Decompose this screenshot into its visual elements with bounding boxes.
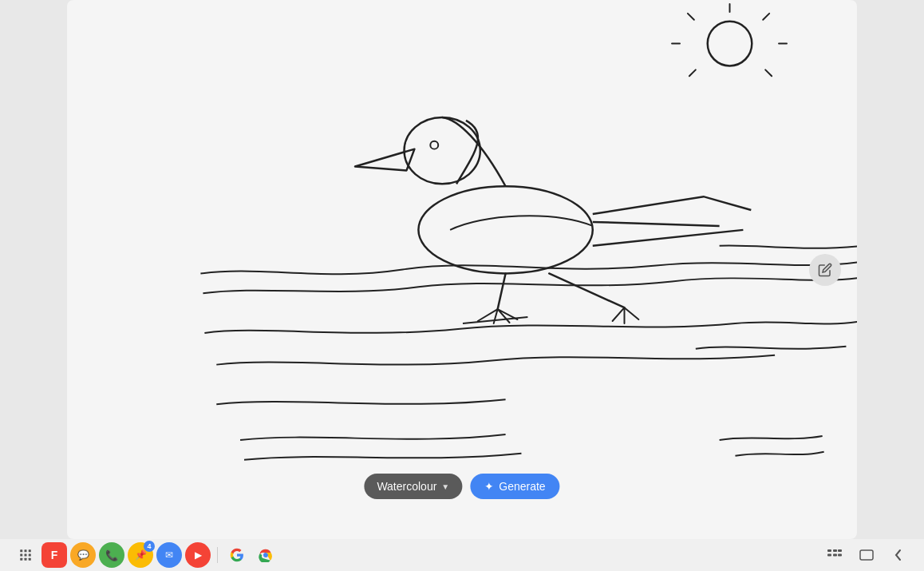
svg-rect-11	[20, 549, 22, 552]
svg-rect-19	[29, 558, 31, 561]
youtube-icon[interactable]: ▶	[185, 542, 211, 568]
svg-rect-12	[25, 549, 27, 552]
taskbar-apps: F 💬 📞 📌 4 ✉ ▶	[13, 542, 278, 568]
svg-rect-14	[20, 554, 22, 557]
flipboard-icon[interactable]: F	[41, 542, 67, 568]
svg-point-0	[708, 22, 752, 66]
google-keep-icon[interactable]: 📌 4	[128, 542, 153, 568]
svg-rect-27	[860, 550, 873, 560]
google-icon[interactable]	[224, 542, 250, 568]
drawing-canvas-container: Watercolour ▼ ✦ Generate	[67, 0, 857, 539]
generate-button[interactable]: ✦ Generate	[470, 474, 559, 499]
back-button[interactable]	[886, 542, 911, 568]
svg-rect-13	[29, 549, 31, 552]
google-chat-icon[interactable]: 💬	[70, 542, 96, 568]
keep-badge: 4	[144, 541, 155, 552]
taskbar-divider	[217, 547, 218, 563]
sketch-svg	[67, 0, 857, 539]
sparkle-icon: ✦	[484, 480, 494, 493]
taskbar-right-controls	[822, 542, 911, 568]
watercolour-button[interactable]: Watercolour ▼	[364, 474, 462, 499]
menu-button[interactable]	[822, 542, 847, 568]
svg-rect-22	[833, 549, 837, 552]
svg-point-10	[430, 141, 438, 149]
apps-icon[interactable]	[13, 542, 38, 568]
chrome-icon[interactable]	[253, 542, 278, 568]
chevron-down-icon: ▼	[441, 482, 449, 491]
overview-button[interactable]	[854, 542, 879, 568]
svg-rect-18	[25, 558, 27, 561]
svg-point-20	[263, 553, 268, 557]
svg-rect-17	[20, 558, 22, 561]
drawing-canvas[interactable]	[67, 0, 857, 539]
edit-button[interactable]	[809, 254, 841, 286]
ai-controls: Watercolour ▼ ✦ Generate	[364, 474, 559, 499]
svg-point-9	[405, 117, 480, 184]
svg-rect-16	[29, 554, 31, 557]
svg-rect-24	[827, 554, 831, 557]
svg-rect-21	[827, 549, 831, 552]
watercolour-label: Watercolour	[377, 480, 436, 493]
svg-line-4	[765, 69, 772, 76]
svg-rect-25	[833, 554, 837, 557]
svg-line-5	[689, 69, 696, 76]
svg-rect-26	[838, 554, 842, 557]
svg-rect-15	[25, 554, 27, 557]
svg-point-8	[418, 186, 592, 273]
svg-rect-23	[838, 549, 842, 552]
svg-line-2	[763, 14, 769, 20]
taskbar: F 💬 📞 📌 4 ✉ ▶	[0, 539, 924, 571]
phone-icon[interactable]: 📞	[99, 542, 124, 568]
svg-line-7	[688, 14, 694, 20]
messages-icon[interactable]: ✉	[156, 542, 182, 568]
generate-label: Generate	[499, 480, 545, 493]
